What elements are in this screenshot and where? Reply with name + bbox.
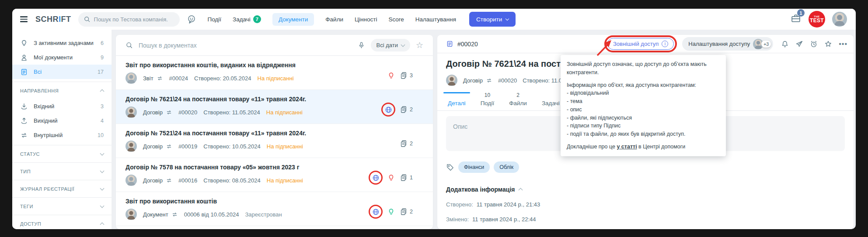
- global-search-input[interactable]: [94, 16, 174, 23]
- document-row-selected[interactable]: Договір № 7621\24 на постачання товару «…: [116, 90, 433, 124]
- pages-icon: [400, 140, 408, 148]
- sidebar-section-access[interactable]: ДОСТУП: [12, 215, 112, 229]
- favorites-filter-icon[interactable]: ☆: [416, 41, 423, 49]
- nav-item-settings[interactable]: Налаштування: [415, 16, 456, 23]
- document-row[interactable]: Договір № 7521\24 на постачання товару «…: [116, 124, 433, 158]
- sidebar: З активними задачами 6 Мої документи 9 В…: [12, 30, 112, 229]
- sidebar-section-tags[interactable]: ТЕГИ: [12, 197, 112, 215]
- chevron-up-icon: [100, 89, 105, 93]
- workspace-badge[interactable]: THE TEST: [809, 11, 825, 27]
- status-badge: На підписанні: [266, 109, 303, 116]
- status-badge: На підписанні: [258, 75, 294, 82]
- notifications-bell-icon[interactable]: [781, 40, 789, 48]
- sidebar-section-registry[interactable]: ЖУРНАЛ РЕЄСТРАЦІЇ: [12, 180, 112, 197]
- pages-icon: [400, 72, 408, 79]
- document-detail-panel: #00020 Зовнішній доступ i Налаштування д…: [437, 35, 854, 229]
- hamburger-menu-icon[interactable]: [20, 16, 28, 22]
- copies-indicator: 1: [400, 174, 413, 182]
- document-list-icon: [20, 68, 28, 76]
- document-row[interactable]: Звіт про використання коштів, виданих на…: [116, 56, 433, 90]
- tag-chip[interactable]: Облік: [494, 161, 519, 173]
- swap-icon: [157, 75, 163, 82]
- pages-icon: [400, 208, 408, 216]
- logo[interactable]: SCHRIFT: [35, 15, 71, 24]
- date-filter-dropdown[interactable]: Всі дати: [371, 39, 410, 52]
- swap-icon: [486, 77, 492, 84]
- chevron-down-icon: [100, 151, 105, 155]
- tab-details[interactable]: Деталі: [443, 92, 471, 110]
- sidebar-item-internal[interactable]: Внутрішній 10: [12, 128, 112, 142]
- status-badge: На підписанні: [267, 143, 303, 150]
- nav-item-score[interactable]: Score: [388, 16, 404, 23]
- navbar-right-cluster: 1 THE TEST: [790, 11, 847, 27]
- sidebar-item-incoming[interactable]: Вхідний 3: [12, 99, 112, 113]
- status-badge: На підписанні: [267, 177, 303, 184]
- access-settings-button[interactable]: Налаштування доступу +3: [682, 37, 773, 51]
- tag-chip[interactable]: Фінанси: [458, 161, 490, 173]
- nav-item-values[interactable]: Цінності: [355, 16, 377, 23]
- nav-item-events[interactable]: Події: [208, 16, 222, 23]
- cycle-icon: [20, 131, 28, 139]
- person-icon: [20, 54, 28, 62]
- annotation-ring: [369, 205, 383, 219]
- sidebar-section-type[interactable]: ТИП: [12, 162, 112, 180]
- swap-icon: [166, 143, 172, 150]
- user-avatar[interactable]: [832, 12, 847, 27]
- count-badge: 4: [101, 118, 104, 124]
- document-row[interactable]: Звіт про використання коштів Документ 00…: [116, 192, 433, 226]
- send-icon[interactable]: [795, 40, 803, 48]
- annotation-arrow: [591, 38, 618, 57]
- info-icon: i: [662, 41, 668, 47]
- sidebar-item-outgoing[interactable]: Вихідний 4: [12, 113, 112, 128]
- document-icon: [446, 40, 453, 48]
- responsible-avatar: [125, 141, 137, 152]
- sidebar-section-direction[interactable]: НАПРАВЛЕННЯ: [12, 82, 112, 99]
- upload-icon: [20, 117, 28, 125]
- nav-item-tasks[interactable]: Задачі7: [233, 15, 261, 23]
- count-badge: 17: [98, 69, 104, 75]
- document-row[interactable]: Договір № 7578 на постачання товару «05»…: [116, 158, 433, 192]
- support-chat-icon[interactable]: [187, 14, 196, 24]
- document-list-panel: Всі дати ☆ Звіт про використання коштів,…: [116, 35, 433, 229]
- more-options-icon[interactable]: •••: [839, 40, 847, 48]
- chevron-down-icon: [401, 42, 405, 47]
- tab-events[interactable]: 10 Події: [475, 92, 500, 110]
- chevron-up-icon: [100, 222, 105, 227]
- detail-header: #00020 Зовнішній доступ i Налаштування д…: [437, 35, 854, 53]
- global-search[interactable]: [78, 12, 180, 27]
- annotation-ring: [369, 171, 383, 185]
- lightbulb-icon: [387, 208, 395, 216]
- count-badge: 10: [98, 132, 104, 138]
- more-avatars-badge: +3: [761, 41, 771, 48]
- chevron-down-icon: [100, 203, 105, 208]
- copies-indicator: 2: [400, 140, 413, 148]
- inbox-count-badge: 1: [797, 9, 805, 17]
- reminder-clock-icon[interactable]: [810, 40, 818, 48]
- chevron-up-icon: [519, 188, 523, 192]
- lightbulb-icon: [387, 72, 395, 80]
- help-article-link[interactable]: у статті: [617, 144, 637, 150]
- create-button[interactable]: Створити: [469, 12, 516, 27]
- microphone-icon[interactable]: [358, 41, 365, 49]
- pages-icon: [400, 106, 408, 113]
- external-access-tooltip: Зовнішній доступ означає, що доступ до о…: [561, 55, 726, 156]
- additional-info-toggle[interactable]: Додаткова інформація: [446, 186, 845, 193]
- document-search-input[interactable]: [139, 42, 352, 49]
- chevron-down-icon: [100, 168, 105, 173]
- sidebar-item-active-tasks[interactable]: З активними задачами 6: [12, 36, 112, 50]
- sidebar-item-all[interactable]: Всі 17: [12, 65, 112, 79]
- nav-item-documents[interactable]: Документи: [272, 13, 314, 26]
- inbox-icon[interactable]: 1: [790, 13, 802, 26]
- sidebar-section-status[interactable]: СТАТУС: [12, 145, 112, 162]
- responsible-avatar: [446, 75, 457, 86]
- sidebar-item-my-documents[interactable]: Мої документи 9: [12, 50, 112, 65]
- responsible-avatar: [125, 209, 137, 220]
- copies-indicator: 2: [400, 106, 413, 113]
- nav-item-files[interactable]: Файли: [325, 16, 343, 23]
- star-icon[interactable]: [824, 40, 832, 48]
- download-icon: [20, 103, 28, 110]
- tab-files[interactable]: 2 Файли: [504, 92, 532, 110]
- created-line: Створено:11 травня 2024 р., 21:43: [446, 201, 845, 208]
- nav-links: Події Задачі7 Документи Файли Цінності S…: [208, 13, 456, 26]
- copies-indicator: 3: [400, 72, 413, 79]
